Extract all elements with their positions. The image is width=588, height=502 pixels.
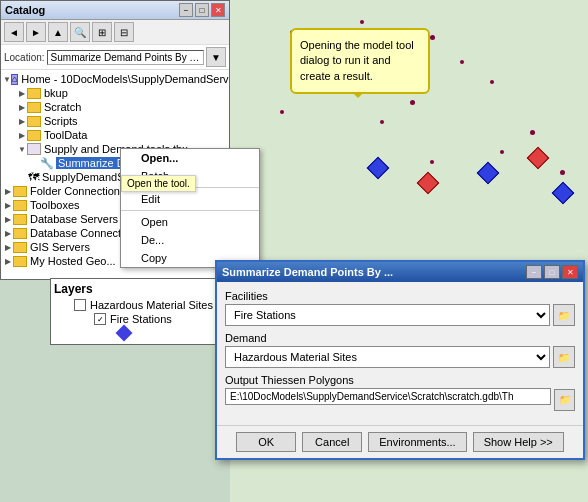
ctx-open2-item[interactable]: Open Open the tool. xyxy=(121,213,259,231)
layer-firestations-checkbox[interactable]: ✓ xyxy=(94,313,106,325)
map-dot-9 xyxy=(410,100,415,105)
catalog-title: Catalog xyxy=(5,4,45,16)
dialog-footer: OK Cancel Environments... Show Help >> xyxy=(217,425,583,458)
demand-select[interactable]: Hazardous Material Sites xyxy=(225,346,550,368)
tree-item-0[interactable]: ▼⌂Home - 10DocModels\SupplyDemandService xyxy=(3,72,227,86)
dialog-title: Summarize Demand Points By ... xyxy=(222,266,393,278)
demand-row: Hazardous Material Sites 📁 xyxy=(225,346,575,368)
layers-panel: Layers Hazardous Material Sites ✓ Fire S… xyxy=(50,278,230,345)
dialog-maximize-btn[interactable]: □ xyxy=(544,265,560,279)
search-button[interactable]: 🔍 xyxy=(70,22,90,42)
catalog-titlebar-buttons: − □ ✕ xyxy=(179,3,225,17)
ctx-separator-2 xyxy=(121,210,259,211)
dialog-titlebar: Summarize Demand Points By ... − □ ✕ xyxy=(217,262,583,282)
tree-item-2[interactable]: ▶Scratch xyxy=(3,100,227,114)
map-dot-10 xyxy=(280,110,284,114)
ok-button[interactable]: OK xyxy=(236,432,296,452)
layer-firestations-label: Fire Stations xyxy=(110,313,172,325)
catalog-toolbar: ◄ ► ▲ 🔍 ⊞ ⊟ xyxy=(1,20,229,45)
demand-label: Demand xyxy=(225,332,575,344)
tree-item-3[interactable]: ▶Scripts xyxy=(3,114,227,128)
layer-hazmat-checkbox[interactable] xyxy=(74,299,86,311)
location-input[interactable]: Summarize Demand Points By Thiessen Poly… xyxy=(47,50,204,65)
facilities-row: Fire Stations 📁 xyxy=(225,304,575,326)
tree-item-4[interactable]: ▶ToolData xyxy=(3,128,227,142)
cancel-button[interactable]: Cancel xyxy=(302,432,362,452)
output-row: 📁 xyxy=(225,388,575,411)
ctx-delete-item[interactable]: De... xyxy=(121,231,259,249)
facilities-label: Facilities xyxy=(225,290,575,302)
map-dot-15 xyxy=(560,170,565,175)
map-dot-13 xyxy=(500,150,504,154)
map-dot-6 xyxy=(430,35,435,40)
ctx-tooltip: Open the tool. xyxy=(121,175,196,192)
location-row: Location: Summarize Demand Points By Thi… xyxy=(1,45,229,70)
dialog-titlebtns: − □ ✕ xyxy=(526,265,578,279)
ctx-open-item[interactable]: Open... xyxy=(121,149,259,167)
map-dot-12 xyxy=(530,130,535,135)
forward-button[interactable]: ► xyxy=(26,22,46,42)
maximize-button[interactable]: □ xyxy=(195,3,209,17)
environments-button[interactable]: Environments... xyxy=(368,432,466,452)
output-browse-btn[interactable]: 📁 xyxy=(554,389,575,411)
dialog-close-btn[interactable]: ✕ xyxy=(562,265,578,279)
show-help-button[interactable]: Show Help >> xyxy=(473,432,564,452)
map-dot-2 xyxy=(360,20,364,24)
layer-hazmat-label: Hazardous Material Sites xyxy=(90,299,213,311)
layer-hazmat: Hazardous Material Sites xyxy=(54,299,226,311)
map-dot-11 xyxy=(380,120,384,124)
map-dot-14 xyxy=(430,160,434,164)
facilities-select[interactable]: Fire Stations xyxy=(225,304,550,326)
callout-arrow xyxy=(580,100,588,230)
ctx-edit-item[interactable]: Edit xyxy=(121,190,259,208)
location-label: Location: xyxy=(4,52,45,63)
expand-button[interactable]: ⊞ xyxy=(92,22,112,42)
up-button[interactable]: ▲ xyxy=(48,22,68,42)
layer-fire-icon-row xyxy=(54,327,226,339)
location-dropdown[interactable]: ▼ xyxy=(206,47,226,67)
catalog-titlebar: Catalog − □ ✕ xyxy=(1,1,229,20)
close-button[interactable]: ✕ xyxy=(211,3,225,17)
fire-station-icon xyxy=(116,325,133,342)
callout-box: Opening the model tool dialog to run it … xyxy=(290,28,430,94)
collapse-button[interactable]: ⊟ xyxy=(114,22,134,42)
tree-item-1[interactable]: ▶bkup xyxy=(3,86,227,100)
layer-firestations: ✓ Fire Stations xyxy=(54,313,226,325)
map-dot-7 xyxy=(460,60,464,64)
demand-browse-btn[interactable]: 📁 xyxy=(553,346,575,368)
output-label: Output Thiessen Polygons xyxy=(225,374,575,386)
dialog-body: Facilities Fire Stations 📁 Demand Hazard… xyxy=(217,282,583,425)
map-dot-8 xyxy=(490,80,494,84)
facilities-browse-btn[interactable]: 📁 xyxy=(553,304,575,326)
layers-title: Layers xyxy=(54,282,226,296)
minimize-button[interactable]: − xyxy=(179,3,193,17)
callout-text: Opening the model tool dialog to run it … xyxy=(300,39,414,82)
dialog-minimize-btn[interactable]: − xyxy=(526,265,542,279)
back-button[interactable]: ◄ xyxy=(4,22,24,42)
summarize-dialog: Summarize Demand Points By ... − □ ✕ Fac… xyxy=(215,260,585,460)
output-input[interactable] xyxy=(225,388,551,405)
context-menu: Open... Batch... Edit Open Open the tool… xyxy=(120,148,260,268)
